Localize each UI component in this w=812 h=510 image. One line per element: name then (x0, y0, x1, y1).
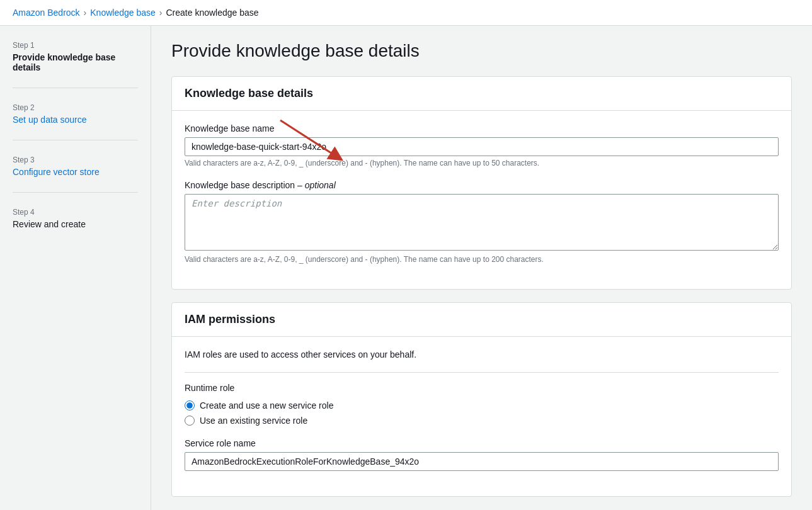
sidebar-step-4-title: Review and create (13, 219, 138, 229)
kb-desc-group: Knowledge base description – optional Va… (185, 180, 779, 264)
knowledge-base-details-card: Knowledge base details Knowledge base na… (171, 76, 792, 290)
kb-details-header: Knowledge base details (172, 77, 791, 111)
kb-desc-label: Knowledge base description – optional (185, 180, 779, 190)
breadcrumb-current: Create knowledge base (166, 8, 258, 18)
radio-new-service-role[interactable] (185, 400, 195, 411)
breadcrumb-knowledge-base[interactable]: Knowledge base (90, 8, 156, 18)
service-role-name-input[interactable] (185, 452, 779, 471)
kb-desc-hint: Valid characters are a-z, A-Z, 0-9, _ (u… (185, 255, 779, 264)
kb-details-body: Knowledge base name Valid characters are… (172, 111, 791, 289)
sidebar-step-3-link[interactable]: Configure vector store (13, 167, 100, 177)
sidebar-step-3-label: Step 3 (13, 156, 138, 164)
iam-title: IAM permissions (185, 313, 779, 326)
radio-group: Create and use a new service role Use an… (185, 400, 779, 426)
main-layout: Step 1 Provide knowledge base details St… (0, 26, 812, 510)
radio-existing-label[interactable]: Use an existing service role (200, 416, 307, 426)
breadcrumb-sep-1: › (84, 8, 87, 18)
sidebar-step-2: Step 2 Set up data source (13, 103, 138, 140)
kb-name-group: Knowledge base name Valid characters are… (185, 123, 779, 167)
kb-name-hint: Valid characters are a-z, A-Z, 0-9, _ (u… (185, 159, 779, 167)
breadcrumb-sep-2: › (159, 8, 163, 18)
iam-body: IAM roles are used to access other servi… (172, 337, 791, 496)
sidebar-step-1-title: Provide knowledge base details (13, 52, 138, 72)
breadcrumb-amazon-bedrock[interactable]: Amazon Bedrock (13, 8, 80, 18)
main-content: Provide knowledge base details Knowledge… (151, 26, 812, 510)
kb-name-input[interactable] (185, 137, 779, 156)
service-role-name-group: Service role name (185, 438, 779, 471)
breadcrumb: Amazon Bedrock › Knowledge base › Create… (0, 0, 812, 26)
iam-divider (185, 372, 779, 373)
sidebar-step-1: Step 1 Provide knowledge base details (13, 41, 138, 88)
radio-item-existing: Use an existing service role (185, 416, 779, 426)
kb-details-title: Knowledge base details (185, 87, 779, 100)
iam-description: IAM roles are used to access other servi… (185, 349, 779, 360)
sidebar-step-4: Step 4 Review and create (13, 208, 138, 244)
runtime-role-group: Runtime role Create and use a new servic… (185, 383, 779, 426)
sidebar: Step 1 Provide knowledge base details St… (0, 26, 151, 510)
sidebar-step-2-label: Step 2 (13, 103, 138, 112)
sidebar-step-4-label: Step 4 (13, 208, 138, 217)
iam-permissions-card: IAM permissions IAM roles are used to ac… (171, 302, 792, 497)
iam-header: IAM permissions (172, 303, 791, 337)
radio-new-label[interactable]: Create and use a new service role (200, 400, 333, 411)
runtime-role-label: Runtime role (185, 383, 779, 393)
sidebar-step-3: Step 3 Configure vector store (13, 156, 138, 193)
kb-desc-textarea[interactable] (185, 194, 779, 251)
radio-existing-service-role[interactable] (185, 416, 195, 426)
sidebar-step-2-link[interactable]: Set up data source (13, 115, 87, 125)
kb-name-label: Knowledge base name (185, 123, 779, 133)
sidebar-step-1-label: Step 1 (13, 41, 138, 50)
service-role-name-label: Service role name (185, 438, 779, 448)
page-title: Provide knowledge base details (171, 41, 792, 61)
radio-item-new: Create and use a new service role (185, 400, 779, 411)
